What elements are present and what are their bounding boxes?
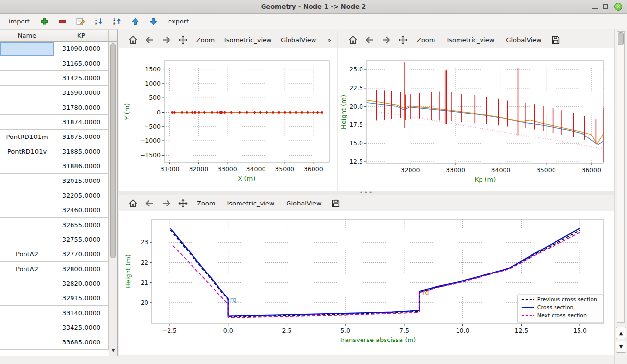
home-button[interactable] xyxy=(125,33,140,46)
import-button[interactable]: import xyxy=(7,16,32,26)
name-cell[interactable]: PontA2 xyxy=(0,262,54,276)
kp-cell[interactable]: 32800.0000 xyxy=(54,262,109,276)
kp-cell[interactable]: 32820.0000 xyxy=(54,276,109,291)
kp-cell[interactable]: 32770.0000 xyxy=(54,247,109,261)
name-cell[interactable] xyxy=(0,320,54,335)
column-header-name[interactable]: Name xyxy=(0,30,54,41)
forward-button[interactable] xyxy=(379,33,393,46)
name-cell[interactable] xyxy=(0,42,54,56)
name-cell[interactable]: PontA2 xyxy=(0,247,54,261)
name-cell[interactable] xyxy=(0,56,54,70)
name-cell[interactable] xyxy=(0,335,54,349)
name-cell[interactable] xyxy=(0,174,54,188)
zoom-button[interactable]: Zoom xyxy=(412,33,440,46)
save-button[interactable] xyxy=(329,196,343,210)
name-cell[interactable]: PontRD101v xyxy=(0,144,54,159)
table-row[interactable]: 31780.0000 xyxy=(0,100,109,115)
name-cell[interactable] xyxy=(0,203,54,217)
table-row[interactable]: 32755.0000 xyxy=(0,232,109,247)
kp-cell[interactable]: 32755.0000 xyxy=(54,232,109,247)
table-row[interactable]: 33140.0000 xyxy=(0,306,109,320)
table-row[interactable]: 32460.0000 xyxy=(0,203,109,218)
close-icon[interactable]: ✕ xyxy=(614,3,622,11)
pan-button[interactable] xyxy=(395,33,410,46)
scroll-down-icon[interactable]: ▼ xyxy=(616,341,626,353)
kp-cell[interactable]: 31874.0000 xyxy=(54,115,109,129)
kp-cell[interactable]: 31886.0000 xyxy=(54,159,109,173)
table-row[interactable]: 33425.0000 xyxy=(0,320,109,335)
table-row[interactable]: 31874.0000 xyxy=(0,115,109,130)
table-row[interactable]: PontRD101v31885.0000 xyxy=(0,144,109,159)
scroll-up-icon[interactable]: ▲ xyxy=(616,327,626,339)
kp-cell[interactable]: 32205.0000 xyxy=(54,188,109,203)
pan-button[interactable] xyxy=(175,196,190,210)
table-row[interactable]: 32015.0000 xyxy=(0,174,109,188)
name-cell[interactable] xyxy=(0,188,54,203)
kp-cell[interactable]: 32915.0000 xyxy=(54,291,109,305)
toolbar-overflow-button[interactable]: » xyxy=(322,33,337,46)
kp-cell[interactable]: 31590.0000 xyxy=(54,86,109,100)
export-button[interactable]: export xyxy=(166,16,191,26)
name-cell[interactable] xyxy=(0,306,54,320)
home-button[interactable] xyxy=(125,196,140,210)
kp-cell[interactable]: 33140.0000 xyxy=(54,306,109,320)
isometric-view-button[interactable]: Isometric_view xyxy=(222,196,279,210)
name-cell[interactable] xyxy=(0,159,54,173)
table-row[interactable]: 31090.0000 xyxy=(0,42,109,56)
plan-view-chart[interactable]: 310003200033000340003500036000−1500−1000… xyxy=(119,48,337,191)
remove-row-button[interactable] xyxy=(57,16,68,27)
zoom-button[interactable]: Zoom xyxy=(192,196,220,210)
isometric-view-button[interactable]: Isometric_view xyxy=(442,33,499,46)
table-scroll-down-icon[interactable]: ▼ xyxy=(110,346,117,354)
kp-cell[interactable]: 33425.0000 xyxy=(54,320,109,335)
name-cell[interactable]: PontRD101m xyxy=(0,130,54,144)
table-row[interactable]: PontA232800.0000 xyxy=(0,262,109,276)
table-row[interactable]: 31425.0000 xyxy=(0,71,109,86)
kp-cell[interactable]: 32015.0000 xyxy=(54,174,109,188)
kp-cell[interactable]: 31425.0000 xyxy=(54,71,109,85)
save-button[interactable] xyxy=(549,33,563,46)
kp-cell[interactable]: 33685.0000 xyxy=(54,335,109,349)
global-view-button[interactable]: GlobalView xyxy=(281,196,326,210)
sort-ascending-button[interactable]: 19 xyxy=(112,16,122,27)
home-button[interactable] xyxy=(345,33,360,46)
table-row[interactable]: PontRD101m31875.0000 xyxy=(0,130,109,144)
main-scrollbar-thumb[interactable] xyxy=(618,32,624,45)
kp-cell[interactable]: 32655.0000 xyxy=(54,218,109,232)
global-view-button[interactable]: GlobalView xyxy=(277,33,320,46)
name-cell[interactable] xyxy=(0,276,54,291)
forward-button[interactable] xyxy=(159,33,173,46)
kp-cell[interactable]: 31090.0000 xyxy=(54,42,109,56)
move-down-button[interactable] xyxy=(148,16,159,27)
main-scrollbar[interactable]: ▲ ▼ xyxy=(614,29,627,364)
table-scrollbar-thumb[interactable] xyxy=(110,43,116,258)
kp-cell[interactable]: 31885.0000 xyxy=(54,144,109,159)
name-cell[interactable] xyxy=(0,291,54,305)
pan-button[interactable] xyxy=(175,33,190,46)
table-row[interactable]: 32915.0000 xyxy=(0,291,109,306)
forward-button[interactable] xyxy=(159,196,173,210)
edit-button[interactable] xyxy=(75,16,86,27)
move-up-button[interactable] xyxy=(130,16,141,27)
isometric-view-button[interactable]: Isometric_view xyxy=(221,33,275,46)
minimize-icon[interactable] xyxy=(592,4,598,9)
back-button[interactable] xyxy=(142,33,157,46)
horizontal-splitter[interactable]: ••• xyxy=(119,191,614,195)
table-row[interactable]: 31165.0000 xyxy=(0,56,109,71)
table-row[interactable]: 32655.0000 xyxy=(0,218,109,232)
table-row[interactable]: 33685.0000 xyxy=(0,335,109,350)
name-cell[interactable] xyxy=(0,218,54,232)
table-row[interactable]: 32205.0000 xyxy=(0,188,109,203)
main-scrollbar-track[interactable] xyxy=(617,31,625,323)
kp-cell[interactable]: 32460.0000 xyxy=(54,203,109,217)
name-cell[interactable] xyxy=(0,71,54,85)
back-button[interactable] xyxy=(362,33,377,46)
name-cell[interactable] xyxy=(0,232,54,247)
zoom-button[interactable]: Zoom xyxy=(192,33,219,46)
cross-section-chart[interactable]: −2.50.02.55.07.510.012.515.020212223rgrd… xyxy=(119,211,614,355)
table-scrollbar[interactable]: ▼ xyxy=(109,42,117,356)
name-cell[interactable] xyxy=(0,100,54,114)
profile-view-chart[interactable]: 320003300034000350003600012.515.017.520.… xyxy=(338,48,614,191)
table-row[interactable]: 31886.0000 xyxy=(0,159,109,174)
global-view-button[interactable]: GlobalView xyxy=(501,33,546,46)
